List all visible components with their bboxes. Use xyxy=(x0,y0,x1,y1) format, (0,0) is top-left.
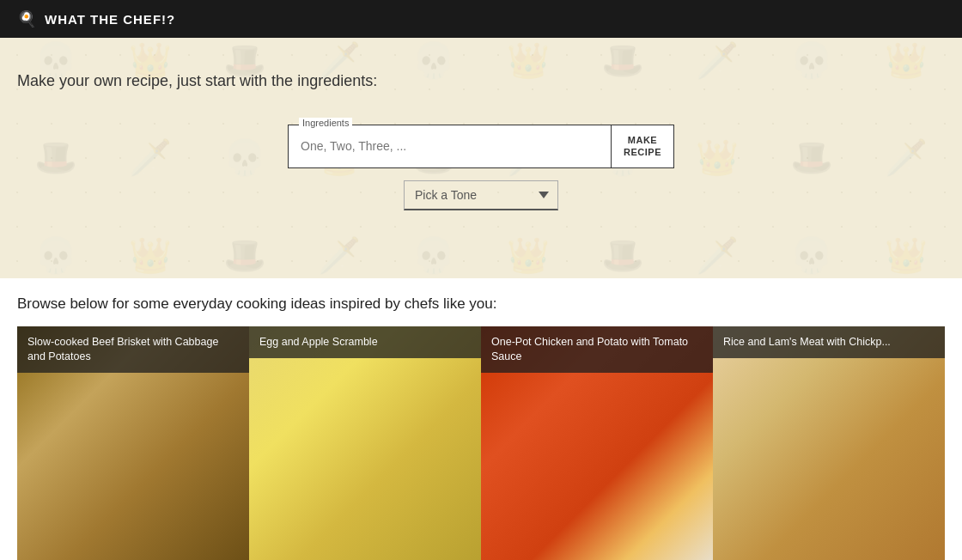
recipe-cards-grid: Slow-cooked Beef Brisket with Cabbage an… xyxy=(17,326,945,560)
card-title-1: Slow-cooked Beef Brisket with Cabbage an… xyxy=(17,326,249,373)
recipe-card-2: Egg and Apple Scramble VIEW RECIPE ★ ★ ★… xyxy=(249,326,481,560)
hero-subtitle: Make your own recipe, just start with th… xyxy=(17,72,945,90)
app-title: WHAT THE CHEF!? xyxy=(45,12,175,27)
card-title-4: Rice and Lam's Meat with Chickp... xyxy=(713,326,945,358)
ingredients-input-wrapper: Ingredients MAKE RECIPE xyxy=(288,125,674,168)
card-image-4 xyxy=(713,326,945,560)
card-title-3: One-Pot Chicken and Potato with Tomato S… xyxy=(481,326,713,373)
input-row: MAKE RECIPE xyxy=(289,125,673,167)
hero-section: 💀👑🎩🗡️💀 👑🎩🗡️💀👑 🎩🗡️💀👑🎩 🗡️💀👑🎩🗡️ 💀👑🎩🗡️💀 👑🎩🗡️… xyxy=(0,38,962,278)
chef-icon: 🍳 xyxy=(17,9,36,28)
card-title-2: Egg and Apple Scramble xyxy=(249,326,481,358)
browse-title: Browse below for some everyday cooking i… xyxy=(17,295,945,313)
ingredients-label: Ingredients xyxy=(299,118,352,128)
browse-section: Browse below for some everyday cooking i… xyxy=(0,278,962,560)
card-image-2 xyxy=(249,326,481,560)
recipe-card-3: One-Pot Chicken and Potato with Tomato S… xyxy=(481,326,713,560)
tone-select[interactable]: Pick a Tone Friendly Professional Humoro… xyxy=(404,180,558,210)
ingredients-input[interactable] xyxy=(289,125,611,167)
make-recipe-button[interactable]: MAKE RECIPE xyxy=(611,125,673,167)
recipe-card-1: Slow-cooked Beef Brisket with Cabbage an… xyxy=(17,326,249,560)
recipe-form: Ingredients MAKE RECIPE Pick a Tone Frie… xyxy=(17,125,945,210)
app-header: 🍳 WHAT THE CHEF!? xyxy=(0,0,962,38)
recipe-card-4: Rice and Lam's Meat with Chickp... VIEW … xyxy=(713,326,945,560)
